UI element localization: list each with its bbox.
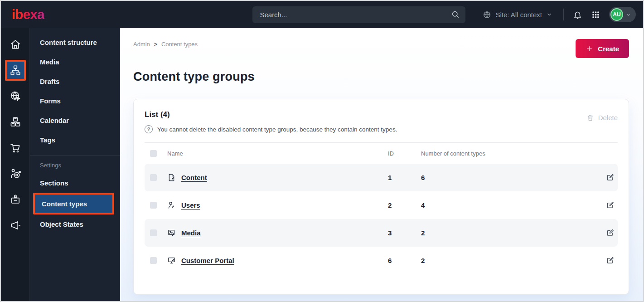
group-name-link[interactable]: Customer Portal (181, 257, 234, 264)
group-id: 1 (388, 174, 421, 181)
sidebar-item-content-structure[interactable]: Content structure (30, 33, 120, 52)
group-name-link[interactable]: Media (181, 229, 201, 237)
column-header-name: Name (167, 150, 388, 157)
app-grid-icon[interactable] (591, 10, 600, 19)
table-body: Content16Users24Media32Customer Portal62 (145, 164, 618, 274)
edit-icon (606, 256, 615, 264)
icon-rail (1, 28, 30, 301)
settings-section-label: Settings (30, 162, 120, 169)
help-icon: ? (145, 125, 153, 133)
edit-group-button[interactable] (605, 200, 615, 211)
group-id: 3 (388, 229, 421, 237)
breadcrumb-item[interactable]: Admin (133, 41, 150, 48)
list-info: ? You cannot delete the disabled content… (145, 125, 397, 133)
id-badge-icon (10, 194, 21, 205)
sidebar-panel: Content structureMediaDraftsFormsCalenda… (30, 28, 120, 301)
table-row: Media32 (145, 219, 618, 247)
chevron-down-icon (625, 12, 631, 18)
row-checkbox[interactable] (150, 229, 157, 236)
ibexa-logo[interactable]: ibexa (12, 7, 44, 22)
table-header: Name ID Number of content types (145, 143, 618, 164)
list-title: List (4) (145, 110, 397, 119)
rail-item-personalization[interactable] (5, 163, 26, 184)
edit-group-button[interactable] (605, 172, 615, 184)
sidebar-item-sections[interactable]: Sections (30, 173, 120, 193)
rail-item-admin[interactable] (5, 189, 26, 210)
breadcrumb: Admin>Content types (133, 39, 198, 48)
edit-icon (606, 173, 615, 181)
edit-icon (606, 228, 615, 237)
sidebar-menu: Content structureMediaDraftsFormsCalenda… (30, 33, 120, 150)
monitor-edit-icon (167, 256, 176, 265)
topbar-divider (563, 9, 564, 20)
notifications-bell-icon[interactable] (573, 10, 582, 19)
row-checkbox[interactable] (150, 174, 157, 181)
page-title: Content type groups (133, 70, 629, 84)
topbar-right: Site: All context AU (483, 7, 636, 22)
row-checkbox[interactable] (150, 257, 157, 264)
topbar: ibexa Site: All context (1, 1, 643, 28)
user-edit-icon (167, 201, 176, 209)
edit-group-button[interactable] (605, 255, 615, 267)
globe-pointer-icon (10, 90, 21, 102)
user-menu[interactable]: AU (609, 7, 636, 22)
rail-item-content[interactable] (5, 60, 26, 81)
sidebar-item-forms[interactable]: Forms (30, 91, 120, 111)
rail-item-commerce[interactable] (5, 137, 26, 158)
list-card: List (4) ? You cannot delete the disable… (133, 99, 629, 295)
rail-item-dashboard[interactable] (5, 34, 26, 55)
group-id: 6 (388, 257, 421, 264)
create-button[interactable]: Create (576, 39, 629, 58)
site-context-selector[interactable]: Site: All context (483, 10, 552, 19)
rail-item-marketing[interactable] (5, 215, 26, 236)
trash-icon (586, 114, 594, 122)
edit-group-button[interactable] (605, 227, 615, 239)
breadcrumb-item[interactable]: Content types (161, 41, 198, 48)
sidebar-item-drafts[interactable]: Drafts (30, 72, 120, 91)
column-header-id: ID (388, 150, 421, 157)
plus-icon (586, 45, 593, 53)
edit-icon (606, 200, 615, 209)
rail-item-product-catalog[interactable] (5, 112, 26, 132)
group-content-type-count: 6 (421, 174, 602, 181)
global-search[interactable] (252, 6, 465, 23)
sidebar-item-media[interactable]: Media (30, 52, 120, 72)
row-checkbox[interactable] (150, 202, 157, 209)
create-button-label: Create (598, 45, 619, 53)
group-content-type-count: 4 (421, 201, 602, 209)
breadcrumb-separator: > (154, 41, 157, 48)
group-name-link[interactable]: Content (181, 174, 207, 181)
column-header-count: Number of content types (421, 150, 602, 157)
chevron-down-icon (546, 11, 552, 18)
delete-button-label: Delete (598, 114, 618, 122)
sidebar-item-calendar[interactable]: Calendar (30, 111, 120, 130)
group-name-link[interactable]: Users (181, 201, 200, 209)
avatar: AU (610, 8, 623, 21)
table-row: Content16 (145, 164, 618, 191)
site-context-label: Site: All context (495, 11, 542, 19)
home-icon (10, 39, 21, 50)
sidebar-item-tags[interactable]: Tags (30, 130, 120, 150)
sidebar-item-content-types[interactable]: Content types (33, 193, 114, 214)
group-content-type-count: 2 (421, 257, 602, 264)
main-content: Admin>Content types Create Content type … (120, 28, 643, 301)
megaphone-icon (10, 219, 21, 231)
sitemap-icon (10, 64, 21, 76)
app-window: ibexa Site: All context (0, 0, 644, 302)
search-input[interactable] (260, 11, 451, 19)
image-edit-icon (167, 229, 176, 237)
sidebar-item-object-states[interactable]: Object States (30, 214, 120, 234)
delete-button[interactable]: Delete (586, 114, 618, 122)
search-icon[interactable] (451, 10, 460, 19)
table-row: Users24 (145, 191, 618, 219)
group-content-type-count: 2 (421, 229, 602, 237)
boxes-icon (10, 116, 21, 128)
select-all-checkbox[interactable] (150, 150, 157, 157)
cart-icon (10, 142, 21, 154)
table-row: Customer Portal62 (145, 247, 618, 274)
rail-item-site[interactable] (5, 86, 26, 107)
person-target-icon (10, 168, 21, 180)
file-edit-icon (167, 173, 176, 182)
settings-menu: SectionsContent typesObject States (30, 173, 120, 234)
group-id: 2 (388, 201, 421, 209)
